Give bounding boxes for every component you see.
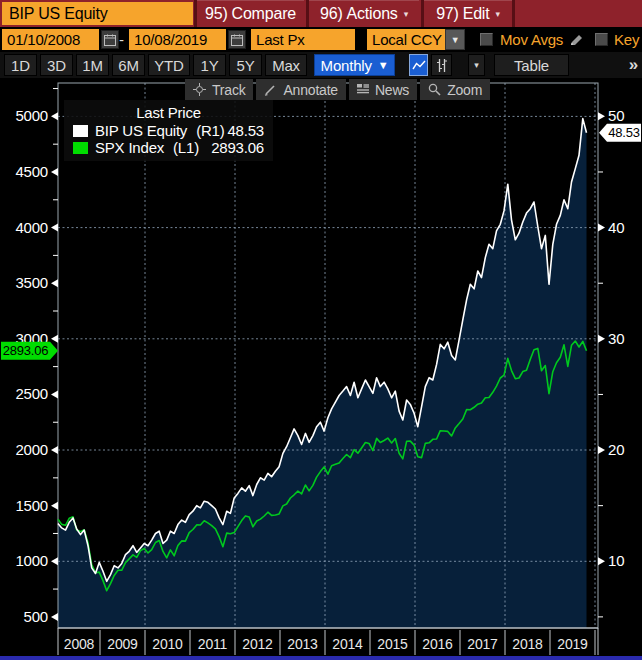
left-axis-label: 3500: [15, 274, 48, 291]
edit-button[interactable]: 97)Edit ▾: [421, 0, 512, 27]
year-label: 2016: [422, 636, 453, 652]
left-axis-label: 4000: [15, 219, 48, 236]
legend-series-name: BIP US Equity: [95, 124, 187, 138]
period-6m-button[interactable]: 6M: [112, 54, 145, 76]
left-axis-label: 1000: [15, 552, 48, 569]
right-axis-label: 10: [608, 552, 624, 569]
currency-selector[interactable]: Local CCY: [367, 29, 445, 50]
right-axis-label: 50: [608, 107, 624, 124]
right-axis-label: 30: [608, 330, 624, 347]
legend-last-value: 48.53: [227, 124, 264, 138]
period-1d-button[interactable]: 1D: [4, 54, 37, 76]
period-max-button[interactable]: Max: [265, 54, 307, 76]
field-selector[interactable]: Last Px: [251, 29, 355, 50]
annotate-button[interactable]: Annotate: [256, 79, 345, 100]
news-button[interactable]: News: [349, 79, 417, 100]
line-chart-icon: [412, 60, 426, 71]
year-label: 2008: [64, 636, 95, 652]
left-axis-label: 1500: [15, 497, 48, 514]
year-label: 2010: [152, 636, 183, 652]
mov-avgs-checkbox[interactable]: [480, 33, 493, 46]
chart-toolbar: Track Annotate News Zoom: [185, 79, 490, 100]
year-label: 2012: [242, 636, 273, 652]
bip-last-price-value: 48.53: [608, 125, 640, 140]
legend-axis-code: (R1): [196, 124, 224, 138]
actions-button-num: 96): [320, 5, 343, 23]
period-3d-button[interactable]: 3D: [40, 54, 73, 76]
security-input[interactable]: BIP US Equity: [2, 2, 193, 25]
bip-color-swatch: [73, 125, 88, 137]
track-button[interactable]: Track: [185, 79, 253, 100]
left-axis-label: 5000: [15, 107, 48, 124]
caret-down-icon: ▾: [495, 9, 499, 19]
legend-axis-code: (L1): [173, 141, 199, 155]
currency-dropdown-caret[interactable]: ▼: [445, 29, 465, 50]
annotate-pencil-icon: [264, 84, 277, 96]
actions-button[interactable]: 96)Actions ▾: [306, 0, 419, 27]
zoom-label: Zoom: [447, 82, 482, 98]
left-axis-label: 2500: [15, 385, 48, 402]
command-bar: BIP US Equity 95)Compare 96)Actions ▾ 97…: [0, 0, 642, 27]
magnifier-icon: [428, 83, 441, 96]
edit-button-num: 97): [436, 5, 459, 23]
calendar-icon[interactable]: [228, 30, 246, 49]
chart-legend: Last Price BIP US Equity (R1) 48.53 SPX …: [64, 100, 273, 161]
legend-last-value: 2893.06: [211, 141, 264, 155]
period-1m-button[interactable]: 1M: [76, 54, 109, 76]
more-tools-button[interactable]: »: [629, 54, 638, 76]
legend-title: Last Price: [73, 104, 264, 121]
calendar-icon[interactable]: [101, 30, 119, 49]
period-5y-button[interactable]: 5Y: [229, 54, 262, 76]
year-label: 2018: [512, 636, 543, 652]
legend-series-name: SPX Index: [95, 141, 164, 155]
compare-button-num: 95): [205, 5, 228, 23]
compare-button-label: Compare: [232, 5, 296, 23]
year-label: 2019: [557, 636, 588, 652]
year-label: 2017: [467, 636, 498, 652]
caret-down-icon: ▾: [474, 60, 478, 70]
right-axis-label: 20: [608, 441, 624, 458]
period-bar: 1D 3D 1M 6M YTD 1Y 5Y Max Monthly ▼ ▾ Ta…: [0, 52, 642, 78]
legend-row-bip[interactable]: BIP US Equity (R1) 48.53: [73, 124, 264, 138]
year-label: 2009: [107, 636, 138, 652]
chart-options-caret[interactable]: ▾: [468, 54, 485, 76]
compare-button[interactable]: 95)Compare: [194, 0, 304, 27]
key-events-label: Key: [614, 31, 639, 48]
actions-button-label: Actions: [347, 5, 398, 23]
pencil-icon[interactable]: [569, 33, 583, 51]
candlestick-icon: [436, 59, 448, 72]
candle-chart-type-button[interactable]: [431, 54, 452, 76]
news-label: News: [375, 82, 409, 98]
left-axis-label: 2000: [15, 441, 48, 458]
caret-down-icon: ▼: [378, 59, 389, 71]
date-from-input[interactable]: 01/10/2008: [2, 29, 99, 50]
mov-avgs-label: Mov Avgs: [500, 31, 563, 48]
year-label: 2011: [198, 636, 228, 652]
period-1y-button[interactable]: 1Y: [193, 54, 226, 76]
frequency-dropdown[interactable]: Monthly ▼: [314, 54, 395, 76]
bloomberg-chart-window: BIP US Equity 95)Compare 96)Actions ▾ 97…: [0, 0, 642, 660]
key-events-checkbox[interactable]: [595, 33, 608, 46]
period-ytd-button[interactable]: YTD: [148, 54, 190, 76]
date-to-input[interactable]: 10/08/2019: [129, 29, 226, 50]
annotate-label: Annotate: [283, 82, 337, 98]
news-icon: [357, 84, 369, 95]
price-chart[interactable]: 5001000150020002500300035004000450050001…: [0, 78, 642, 660]
track-label: Track: [212, 82, 245, 98]
year-label: 2015: [377, 636, 408, 652]
left-axis-label: 4500: [15, 163, 48, 180]
crosshair-icon: [193, 83, 206, 96]
table-button[interactable]: Table: [494, 54, 569, 76]
date-separator: -: [119, 29, 124, 50]
divider: [512, 0, 515, 27]
line-chart-type-button[interactable]: [409, 54, 428, 76]
right-axis-label: 40: [608, 219, 624, 236]
caret-down-icon: ▾: [404, 9, 408, 19]
zoom-button[interactable]: Zoom: [420, 79, 490, 100]
bottom-strip: [0, 656, 642, 660]
legend-row-spx[interactable]: SPX Index (L1) 2893.06: [73, 141, 264, 155]
spx-color-swatch: [73, 142, 88, 154]
edit-button-label: Edit: [463, 5, 490, 23]
year-label: 2014: [332, 636, 363, 652]
year-label: 2013: [287, 636, 318, 652]
